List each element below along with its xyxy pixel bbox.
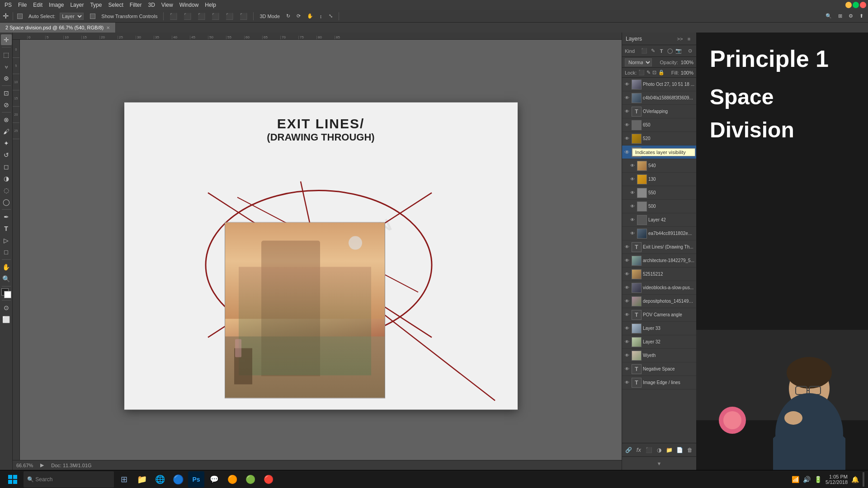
link-layers-icon[interactable]: 🔗 [625, 446, 632, 454]
history-brush-tool[interactable]: ↺ [1, 150, 12, 160]
pen-tool[interactable]: ✒ [1, 211, 12, 222]
text-tool[interactable]: T [1, 223, 12, 234]
minimize-button[interactable] [845, 2, 852, 8]
layer-item-active[interactable]: 👁 Indicates layer visibility 350 [622, 145, 696, 159]
menu-ps[interactable]: PS [2, 1, 14, 9]
app-icon-7[interactable]: 🔴 [260, 471, 277, 488]
task-view-btn[interactable]: ⊞ [116, 471, 132, 488]
shape-tool[interactable]: □ [1, 247, 12, 258]
layer-eye-icon[interactable]: 👁 [624, 380, 630, 386]
show-desktop-btn[interactable] [863, 472, 864, 487]
layer-eye-icon[interactable]: 👁 [624, 81, 630, 88]
layer-item[interactable]: 👁 T Exit Lines/ (Drawing Th... [622, 240, 696, 254]
skype-icon[interactable]: 💬 [206, 471, 222, 488]
screen-mode-tool[interactable]: ⬜ [1, 314, 12, 325]
path-select-tool[interactable]: ▷ [1, 235, 12, 246]
quick-mask-tool[interactable]: ⊙ [1, 302, 12, 313]
blur-tool[interactable]: ◌ [1, 185, 12, 196]
layer-item[interactable]: 👁 130 [622, 173, 696, 186]
start-button[interactable] [4, 472, 22, 487]
layer-eye-icon[interactable]: 👁 [624, 312, 630, 318]
align-middle-btn[interactable]: ⬛ [224, 12, 235, 21]
fx-icon[interactable]: fx [635, 446, 643, 454]
menu-layer[interactable]: Layer [67, 1, 86, 9]
layer-item[interactable]: 👁 ea7b44cc8911802e... [622, 227, 696, 240]
network-icon[interactable]: 📶 [792, 476, 799, 483]
menu-3d[interactable]: 3D [145, 1, 157, 9]
menu-type[interactable]: Type [87, 1, 104, 9]
layer-item[interactable]: 👁 T Image Edge / lines [622, 376, 696, 389]
volume-icon[interactable]: 🔊 [803, 476, 811, 483]
zoom-tool[interactable]: 🔍 [1, 273, 12, 284]
align-left-btn[interactable]: ⬛ [168, 12, 179, 21]
new-layer-icon[interactable]: 📄 [676, 446, 684, 454]
layer-eye-icon[interactable]: 👁 [624, 352, 630, 359]
menu-view[interactable]: View [159, 1, 176, 9]
settings-icon[interactable]: ⚙ [847, 12, 855, 20]
adjustment-filter-icon[interactable]: ✎ [649, 47, 656, 55]
tab-close-icon[interactable]: ✕ [106, 25, 110, 30]
layer-item[interactable]: 👁 550 [622, 186, 696, 200]
chrome-icon[interactable]: 🔵 [170, 471, 186, 488]
scale-3d-icon[interactable]: ⤡ [327, 12, 335, 20]
maximize-button[interactable] [853, 2, 859, 8]
spot-heal-tool[interactable]: ⊗ [1, 114, 12, 125]
layer-eye-icon[interactable]: 👁 [629, 217, 636, 223]
layer-eye-icon[interactable]: 👁 [629, 176, 636, 183]
text-filter-icon[interactable]: T [658, 47, 665, 55]
photoshop-icon[interactable]: Ps [188, 471, 204, 488]
layer-eye-icon[interactable]: 👁 [624, 271, 630, 277]
lock-pixels-icon[interactable]: ⬛ [638, 70, 645, 75]
align-right-btn[interactable]: ⬛ [196, 12, 207, 21]
lasso-tool[interactable]: ⍱ [1, 61, 12, 72]
slide-3d-icon[interactable]: ↕ [318, 13, 324, 20]
roll-3d-icon[interactable]: ⟳ [295, 12, 302, 20]
gradient-tool[interactable]: ◑ [1, 173, 12, 184]
layer-item[interactable]: 👁 depositphotos_1451494... [622, 295, 696, 308]
auto-select-dropdown[interactable]: Layer Group [60, 13, 84, 20]
taskbar-clock[interactable]: 1:05 PM 5/12/2018 [826, 474, 848, 485]
crop-tool[interactable]: ⊡ [1, 88, 12, 99]
close-button[interactable] [860, 2, 866, 8]
layer-item[interactable]: 👁 52515212 [622, 267, 696, 281]
selection-tool[interactable]: ⬚ [1, 49, 12, 60]
fill-value[interactable]: 100% [681, 70, 693, 75]
delete-layer-icon[interactable]: 🗑 [686, 446, 693, 454]
color-swatch[interactable] [1, 288, 11, 298]
app-icon-6[interactable]: 🟢 [242, 471, 259, 488]
move-tool[interactable]: ✛ [1, 34, 12, 45]
grid-icon[interactable]: ⊞ [836, 12, 844, 20]
layer-eye-icon[interactable]: 👁 [629, 163, 636, 169]
smart-filter-icon[interactable]: 📷 [675, 47, 682, 55]
notification-icon[interactable]: 🔔 [851, 476, 859, 483]
menu-select[interactable]: Select [105, 1, 126, 9]
align-top-btn[interactable]: ⬛ [210, 12, 221, 21]
lock-artboard-icon[interactable]: ⊡ [652, 70, 656, 75]
quick-select-tool[interactable]: ⊛ [1, 73, 12, 84]
layer-eye-icon[interactable]: 👁 [624, 108, 630, 115]
layer-item[interactable]: 👁 c4b04fa158868f3f3609... [622, 91, 696, 105]
layer-eye-icon[interactable]: 👁 [624, 298, 630, 305]
edge-browser-icon[interactable]: 🌐 [152, 471, 168, 488]
layers-list[interactable]: 👁 Photo Oct 27, 10 51 18 ... 👁 c4b04fa15… [622, 78, 696, 443]
layer-eye-icon[interactable]: 👁 [629, 230, 636, 237]
layer-item[interactable]: 👁 architecture-1842279_5... [622, 254, 696, 267]
panel-menu-btn[interactable]: ≡ [685, 35, 693, 42]
eyedropper-tool[interactable]: ⊘ [1, 99, 12, 110]
layer-item[interactable]: 👁 T OVerlapping [622, 105, 696, 118]
zoom-level[interactable]: 66.67% [16, 463, 33, 468]
layer-item[interactable]: 👁 520 [622, 132, 696, 145]
app-icon-5[interactable]: 🟠 [224, 471, 241, 488]
rotate-3d-icon[interactable]: ↻ [284, 12, 292, 20]
hand-tool[interactable]: ✋ [1, 262, 12, 272]
layer-eye-icon[interactable]: 👁 [624, 366, 630, 372]
menu-edit[interactable]: Edit [30, 1, 45, 9]
layer-eye-icon[interactable]: 👁 [624, 244, 630, 250]
transform-checkbox[interactable] [90, 14, 95, 19]
background-color[interactable] [4, 291, 11, 298]
shape-filter-icon[interactable]: ◯ [666, 47, 674, 55]
layer-item[interactable]: 👁 Photo Oct 27, 10 51 18 ... [622, 78, 696, 91]
menu-help[interactable]: Help [202, 1, 219, 9]
layer-item[interactable]: 👁 Wyeth [622, 349, 696, 362]
menu-window[interactable]: Window [177, 1, 202, 9]
